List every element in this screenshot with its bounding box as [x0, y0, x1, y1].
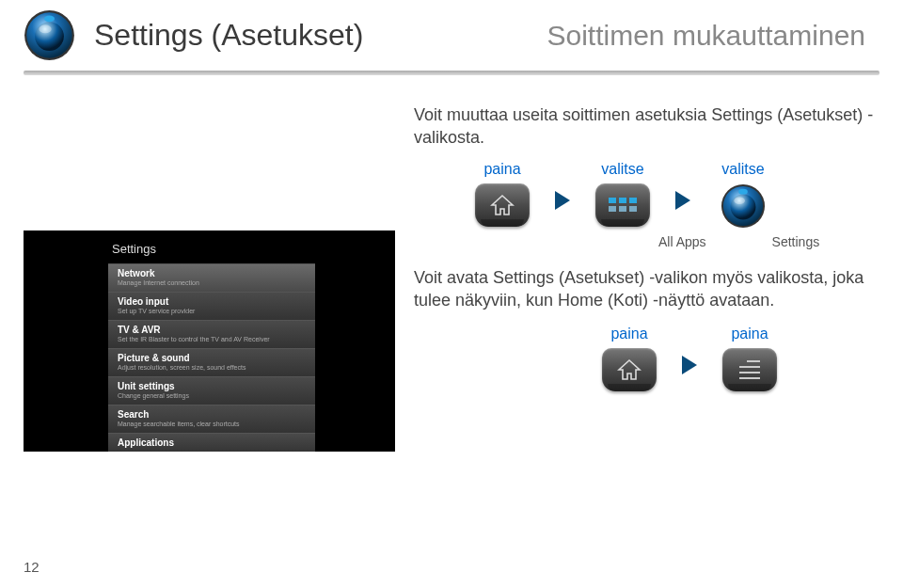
- header-rule: [24, 71, 879, 75]
- arrow-right-icon: [682, 356, 697, 374]
- page-title: Settings (Asetukset): [94, 18, 363, 53]
- screenshot-item: Network Manage Internet connection: [108, 263, 315, 292]
- step-label-select-1: valitse: [601, 161, 643, 178]
- all-apps-button-icon: [595, 183, 650, 227]
- home-button-icon: [602, 348, 657, 391]
- captions-row: All Apps Settings: [658, 230, 884, 249]
- step2-label-press-2: paina: [731, 326, 768, 342]
- menu-button-icon: [722, 348, 777, 391]
- all-apps-caption: All Apps: [658, 234, 706, 249]
- screenshot-item: Search Manage searchable items, clear sh…: [108, 405, 315, 433]
- svg-point-9: [734, 197, 745, 204]
- screenshot-item: Picture & sound Adjust resolution, scree…: [108, 348, 315, 376]
- screenshot-item: Applications: [108, 433, 315, 452]
- svg-point-4: [40, 25, 52, 34]
- step-label-select-2: valitse: [721, 161, 764, 178]
- svg-point-8: [738, 188, 748, 194]
- page-number: 12: [24, 559, 40, 575]
- settings-orb-small-icon: [721, 183, 766, 229]
- step-label-press: paina: [483, 161, 520, 178]
- svg-point-3: [44, 16, 55, 23]
- screenshot-item: Unit settings Change general settings: [108, 376, 315, 405]
- screenshot-item: Video input Set up TV service provider: [108, 292, 315, 320]
- settings-screenshot: Settings Network Manage Internet connect…: [24, 230, 395, 452]
- home-button-icon: [475, 183, 530, 227]
- settings-caption: Settings: [772, 234, 820, 249]
- intro-text: Voit muuttaa useita soittimen asetuksia …: [414, 103, 875, 150]
- step2-label-press-1: paina: [610, 326, 647, 342]
- screenshot-item: TV & AVR Set the IR Blaster to control t…: [108, 320, 315, 348]
- steps-row-1: paina valitse valitse: [470, 161, 903, 229]
- settings-orb-icon: [24, 9, 75, 61]
- para-2: Voit avata Settings (Asetukset) -valikon…: [414, 266, 884, 312]
- steps-row-2: paina paina: [597, 326, 884, 391]
- arrow-right-icon: [555, 191, 570, 210]
- arrow-right-icon: [675, 191, 690, 210]
- page-subtitle: Soittimen mukauttaminen: [547, 20, 880, 52]
- screenshot-title: Settings: [108, 242, 315, 256]
